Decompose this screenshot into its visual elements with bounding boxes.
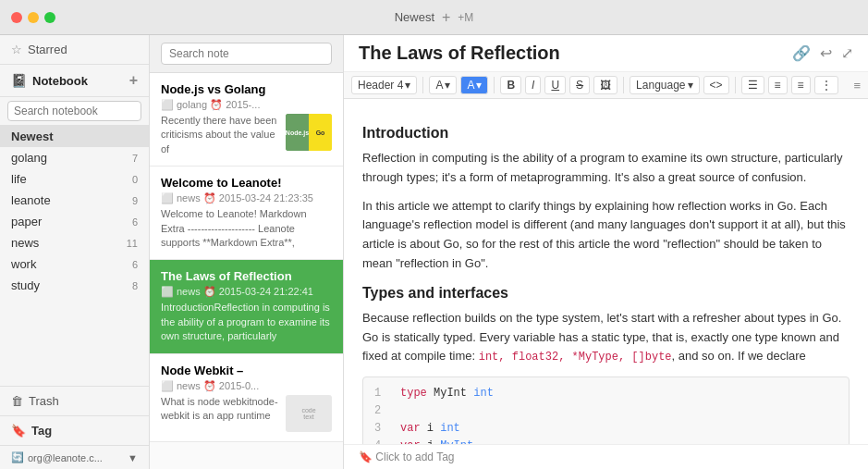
user-label: org@leanote.c...	[28, 452, 103, 463]
more-button[interactable]: ⋮	[814, 76, 838, 94]
trash-label: Trash	[29, 394, 59, 408]
language-button[interactable]: Language ▾	[630, 76, 699, 94]
editor-toolbar: Header 4 ▾ A ▾ A ▾ B I U S 🖼 Language ▾	[344, 72, 868, 99]
note-meta: ⬜ news ⏰ 2015-03-24 21:23:35	[161, 192, 332, 204]
code-line: 3 var i int	[374, 420, 837, 438]
notebook-search-input[interactable]	[7, 101, 141, 121]
toolbar-separator	[494, 77, 495, 93]
note-content-area: What is node webkitnode-webkit is an app…	[161, 395, 332, 432]
sidebar-item-label: work	[11, 257, 36, 271]
code-button[interactable]: <>	[703, 76, 729, 94]
code-block: 1 type MyInt int 2 3 var i int 4	[362, 376, 850, 444]
note-search-input[interactable]	[161, 43, 332, 65]
sidebar-item-work[interactable]: work 6	[0, 253, 149, 275]
sidebar-item-tag[interactable]: 🔖 Tag	[0, 415, 149, 445]
align-button[interactable]: ≡	[791, 76, 811, 94]
strikethrough-button[interactable]: S	[569, 76, 590, 94]
note-book-icon: ⬜	[161, 192, 174, 204]
editor-content[interactable]: Introduction Reflection in computing is …	[344, 99, 868, 444]
types-p1: Because reflection builds on the type sy…	[362, 309, 850, 367]
types-p1-code: int, float32, *MyType, []byte	[479, 351, 672, 364]
editor-menu-icon[interactable]: ≡	[853, 79, 861, 93]
unordered-list-button[interactable]: ☰	[741, 76, 764, 94]
note-item[interactable]: Welcome to Leanote! ⬜ news ⏰ 2015-03-24 …	[150, 167, 343, 260]
italic-button[interactable]: I	[525, 76, 541, 94]
titlebar-center: Newest + +M	[395, 9, 474, 26]
sidebar-item-news[interactable]: news 11	[0, 232, 149, 253]
sidebar-item-golang[interactable]: golang 7	[0, 147, 149, 168]
image-button[interactable]: 🖼	[593, 76, 617, 94]
add-m-button[interactable]: +M	[458, 11, 473, 24]
code-keyword: type	[400, 387, 427, 400]
titlebar-title: Newest	[395, 10, 434, 24]
note-meta: ⬜ news ⏰ 2015-0...	[161, 380, 332, 392]
add-note-button[interactable]: +	[442, 9, 450, 26]
font-button[interactable]: A ▾	[429, 76, 457, 94]
star-icon: ☆	[11, 43, 22, 56]
bold-button[interactable]: B	[500, 76, 521, 94]
sidebar-item-label: Newest	[11, 130, 54, 143]
heading-label: Header 4	[358, 79, 403, 92]
sync-icon: 🔄	[11, 451, 24, 463]
sidebar-item-paper[interactable]: paper 6	[0, 211, 149, 232]
sidebar-item-label: study	[11, 278, 40, 292]
code-line-num: 2	[374, 402, 389, 420]
sidebar-item-count: 6	[132, 216, 138, 228]
code-line-content: var j MyInt	[400, 438, 473, 444]
note-item[interactable]: The Laws of Reflection ⬜ news ⏰ 2015-03-…	[150, 260, 343, 353]
add-notebook-button[interactable]: +	[129, 72, 138, 89]
underline-button[interactable]: U	[544, 76, 566, 94]
ordered-list-button[interactable]: ≡	[768, 76, 788, 94]
note-meta-text: news ⏰ 2015-0...	[177, 380, 259, 392]
link-icon[interactable]: 🔗	[792, 44, 811, 62]
note-preview: Recently there have been criticisms abou…	[161, 114, 280, 156]
note-item[interactable]: Node.js vs Golang ⬜ golang ⏰ 2015-... Re…	[150, 73, 343, 167]
note-item[interactable]: Node Webkit – ⬜ news ⏰ 2015-0... What is…	[150, 354, 343, 442]
heading-dropdown[interactable]: Header 4 ▾	[351, 76, 417, 94]
sidebar-item-leanote[interactable]: leanote 9	[0, 190, 149, 211]
tag-label: Tag	[31, 424, 52, 438]
editor-footer[interactable]: 🔖 Click to add Tag	[344, 444, 868, 469]
sidebar-footer[interactable]: 🔄 org@leanote.c... ▼	[0, 445, 149, 469]
code-line-num: 3	[374, 420, 389, 438]
minimize-button[interactable]	[28, 12, 39, 23]
notebook-search-container	[0, 97, 149, 126]
code-line: 2	[374, 402, 837, 420]
sidebar-notebook[interactable]: 📓 Notebook +	[0, 65, 149, 97]
color-button[interactable]: A ▾	[460, 76, 488, 94]
chevron-down-icon: ▾	[405, 79, 410, 92]
undo-icon[interactable]: ↩	[820, 44, 832, 62]
maximize-button[interactable]	[44, 12, 55, 23]
sidebar-item-label: leanote	[11, 193, 51, 207]
sidebar-item-label: life	[11, 172, 27, 186]
note-list-header	[150, 35, 343, 73]
editor-title: The Laws of Reflection	[359, 43, 792, 64]
sidebar-item-life[interactable]: life 0	[0, 168, 149, 190]
code-line: 4 var j MyInt	[374, 438, 837, 444]
chevron-down-icon: ▾	[476, 79, 482, 92]
note-meta-text: golang ⏰ 2015-...	[177, 99, 260, 111]
starred-label: Starred	[28, 43, 67, 56]
editor-icons: 🔗 ↩ ⤢	[792, 44, 853, 62]
note-list: Node.js vs Golang ⬜ golang ⏰ 2015-... Re…	[150, 35, 344, 469]
notebook-list: Newest golang 7 life 0 leanote 9 paper 6…	[0, 126, 149, 386]
code-type: int	[440, 422, 460, 435]
sidebar-item-count: 8	[132, 280, 138, 291]
sidebar-item-study[interactable]: study 8	[0, 275, 149, 296]
sidebar-item-trash[interactable]: 🗑 Trash	[0, 386, 149, 415]
sidebar-item-newest[interactable]: Newest	[0, 126, 149, 147]
note-list-items: Node.js vs Golang ⬜ golang ⏰ 2015-... Re…	[150, 73, 343, 469]
color-label: A	[467, 79, 474, 92]
sidebar-item-count: 7	[132, 153, 138, 164]
sidebar-item-starred[interactable]: ☆ Starred	[0, 35, 149, 65]
notebook-icon: 📓	[11, 73, 27, 88]
sidebar-item-count: 0	[132, 174, 138, 185]
trash-icon: 🗑	[11, 394, 23, 408]
expand-icon[interactable]: ⤢	[841, 44, 853, 62]
note-title: The Laws of Reflection	[161, 269, 332, 283]
types-p1-after: , and so on. If we declare	[672, 349, 806, 363]
bookmark-icon: 🔖	[11, 424, 26, 438]
close-button[interactable]	[11, 12, 22, 23]
code-line: 1 type MyInt int	[374, 385, 837, 402]
note-meta: ⬜ golang ⏰ 2015-...	[161, 99, 332, 111]
